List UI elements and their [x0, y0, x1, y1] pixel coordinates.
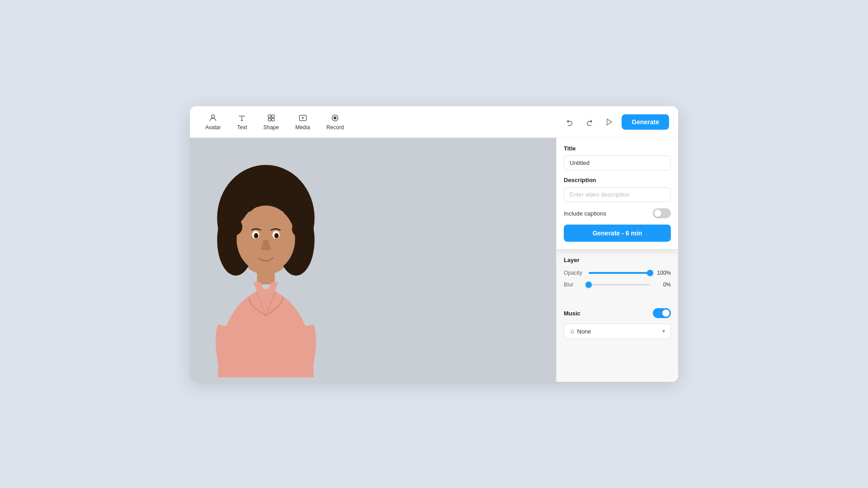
- svg-point-29: [292, 221, 308, 237]
- main-content: Title Description Include captions Gener…: [190, 138, 678, 382]
- opacity-thumb[interactable]: [647, 270, 653, 276]
- avatar-person: [190, 165, 344, 382]
- tool-avatar-label: Avatar: [205, 124, 221, 131]
- play-icon: [605, 118, 613, 126]
- blur-row: Blur 0%: [564, 282, 671, 288]
- svg-point-28: [225, 218, 242, 236]
- tool-avatar[interactable]: Avatar: [199, 111, 227, 133]
- music-select-label: None: [577, 328, 591, 335]
- title-input[interactable]: [564, 155, 671, 170]
- svg-point-7: [334, 116, 337, 119]
- canvas-area: [190, 138, 556, 382]
- canvas-inner[interactable]: [190, 138, 556, 382]
- text-icon: [237, 113, 246, 122]
- opacity-label: Opacity: [564, 270, 584, 276]
- svg-rect-3: [268, 118, 271, 121]
- layer-section: Layer Opacity 100% Blur: [557, 249, 678, 300]
- right-panel: Title Description Include captions Gener…: [556, 138, 678, 382]
- layer-title: Layer: [564, 257, 671, 263]
- captions-row: Include captions: [564, 208, 671, 218]
- music-row: Music: [564, 308, 671, 318]
- music-select[interactable]: ♫ None ▾: [564, 324, 671, 339]
- blur-thumb[interactable]: [585, 282, 592, 288]
- svg-marker-8: [607, 119, 612, 125]
- tool-record-label: Record: [326, 124, 344, 131]
- shape-icon: [267, 113, 276, 122]
- tool-shape-label: Shape: [263, 124, 279, 131]
- music-toggle[interactable]: [653, 308, 671, 318]
- opacity-fill: [589, 272, 650, 274]
- undo-button[interactable]: [562, 114, 577, 130]
- preview-button[interactable]: [602, 114, 617, 130]
- opacity-row: Opacity 100%: [564, 270, 671, 276]
- opacity-value: 100%: [655, 270, 671, 276]
- svg-rect-1: [268, 115, 271, 117]
- music-note-icon: ♫: [570, 328, 575, 335]
- svg-point-14: [236, 206, 295, 272]
- blur-label: Blur: [564, 282, 584, 288]
- avatar-icon: [208, 113, 217, 122]
- tool-record[interactable]: Record: [320, 111, 350, 133]
- captions-toggle[interactable]: [653, 208, 671, 218]
- blur-slider[interactable]: [589, 284, 650, 286]
- opacity-slider[interactable]: [589, 272, 650, 274]
- generate-full-button[interactable]: Generate - 6 min: [564, 225, 671, 242]
- app-window: Avatar Text Shape: [190, 106, 678, 382]
- record-icon: [330, 113, 340, 122]
- tool-media-label: Media: [295, 124, 310, 131]
- music-section: Music ♫ None ▾: [557, 301, 678, 346]
- svg-point-20: [276, 234, 278, 236]
- tool-shape[interactable]: Shape: [257, 111, 285, 133]
- blur-value: 0%: [655, 282, 671, 288]
- toolbar: Avatar Text Shape: [190, 106, 678, 138]
- redo-icon: [585, 118, 594, 126]
- music-label: Music: [564, 310, 580, 317]
- svg-rect-4: [272, 118, 274, 121]
- description-label: Description: [564, 177, 671, 183]
- svg-point-0: [212, 115, 215, 118]
- captions-label: Include captions: [564, 210, 606, 217]
- undo-icon: [566, 118, 574, 126]
- svg-rect-2: [272, 115, 274, 117]
- svg-point-19: [256, 234, 258, 236]
- redo-button[interactable]: [582, 114, 597, 130]
- description-input[interactable]: [564, 187, 671, 202]
- title-label: Title: [564, 145, 671, 152]
- toolbar-actions: Generate: [562, 114, 669, 130]
- chevron-down-icon: ▾: [662, 328, 665, 334]
- popup-card: Title Description Include captions Gener…: [557, 138, 678, 249]
- generate-button[interactable]: Generate: [622, 114, 669, 130]
- tool-media[interactable]: Media: [289, 111, 316, 133]
- tool-text[interactable]: Text: [231, 111, 253, 133]
- toolbar-tools: Avatar Text Shape: [199, 111, 350, 133]
- tool-text-label: Text: [237, 124, 247, 131]
- media-icon: [298, 113, 307, 122]
